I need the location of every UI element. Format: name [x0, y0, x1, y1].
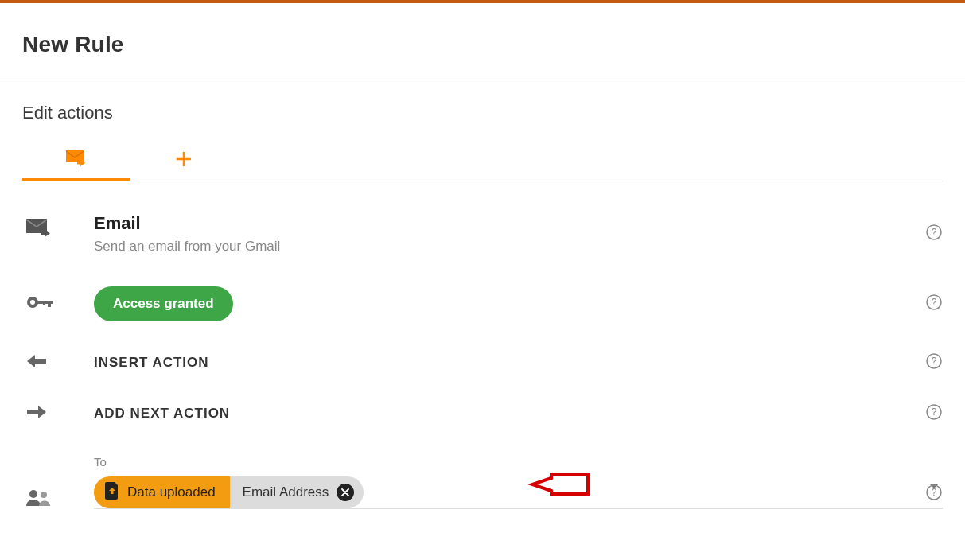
add-next-action-label: ADD NEXT ACTION	[94, 406, 943, 422]
svg-rect-5	[48, 301, 51, 307]
svg-text:?: ?	[932, 356, 937, 367]
mail-forward-icon	[64, 149, 88, 171]
help-icon[interactable]: ?	[925, 484, 943, 504]
plus-icon	[176, 151, 192, 170]
action-title: Email	[94, 213, 943, 234]
help-icon[interactable]: ?	[925, 224, 943, 244]
tab-add-action[interactable]	[130, 141, 237, 181]
section-title: Edit actions	[22, 103, 943, 123]
to-field[interactable]: Data uploaded Email Address	[94, 476, 943, 509]
row-add-next-action[interactable]: ADD NEXT ACTION ?	[22, 404, 943, 423]
annotation-arrow-icon	[527, 467, 591, 505]
svg-text:?: ?	[932, 406, 937, 418]
svg-text:?: ?	[932, 297, 937, 308]
tab-email-action[interactable]	[22, 141, 130, 181]
row-access: Access granted ?	[22, 286, 943, 321]
people-icon	[25, 488, 51, 509]
row-to-field: To Data uploaded	[22, 455, 943, 509]
chip-source-text: Data uploaded	[127, 484, 216, 500]
file-upload-icon	[105, 482, 119, 504]
row-insert-action[interactable]: INSERT ACTION ?	[22, 353, 943, 372]
page-header: New Rule	[0, 3, 965, 80]
access-granted-badge: Access granted	[94, 286, 233, 321]
chip-source[interactable]: Data uploaded	[94, 476, 230, 508]
svg-text:?: ?	[932, 227, 937, 238]
mail-forward-dark-icon	[25, 216, 53, 242]
help-icon[interactable]: ?	[925, 352, 943, 373]
svg-rect-6	[43, 301, 45, 305]
help-icon[interactable]: ?	[925, 294, 943, 314]
help-icon[interactable]: ?	[925, 403, 943, 424]
key-icon	[25, 294, 54, 313]
action-subtitle: Send an email from your Gmail	[94, 239, 943, 255]
arrow-right-icon	[25, 404, 48, 423]
content-scroll-area[interactable]: Edit actions	[0, 80, 965, 560]
svg-point-13	[29, 490, 37, 498]
chip-field[interactable]: Email Address	[230, 476, 364, 508]
chip-remove-button[interactable]	[337, 484, 354, 501]
chip-field-text: Email Address	[243, 484, 329, 500]
arrow-left-icon	[25, 353, 48, 372]
row-email-action: Email Send an email from your Gmail ?	[22, 213, 943, 255]
svg-point-3	[30, 300, 35, 305]
insert-action-label: INSERT ACTION	[94, 355, 943, 371]
action-tabs	[22, 141, 943, 181]
to-label: To	[94, 455, 943, 469]
page-title: New Rule	[22, 32, 943, 57]
svg-point-14	[41, 492, 47, 498]
svg-text:?: ?	[932, 487, 937, 498]
recipient-chip[interactable]: Data uploaded Email Address	[94, 476, 364, 508]
